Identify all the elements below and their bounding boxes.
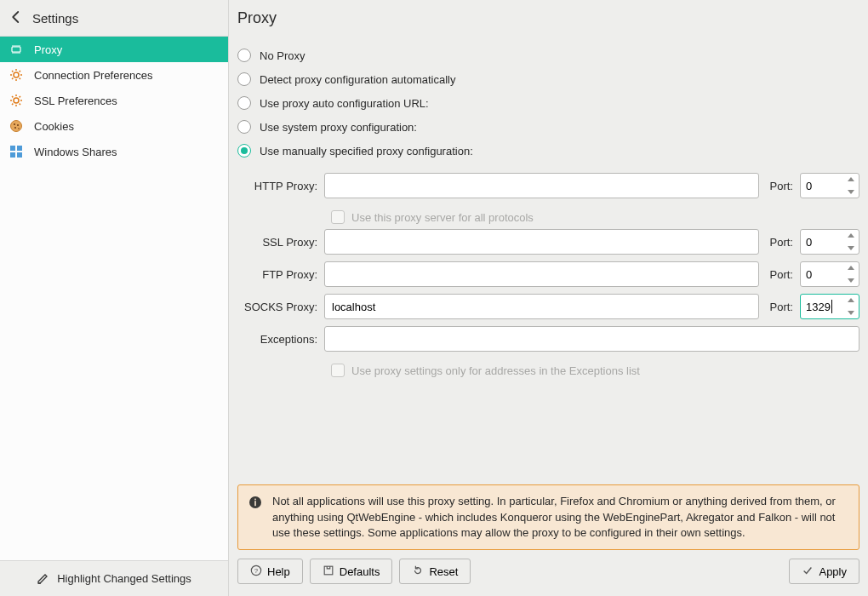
content: No Proxy Detect proxy configuration auto…: [229, 37, 868, 476]
gear-icon: [9, 68, 24, 82]
svg-rect-10: [10, 152, 15, 158]
main-panel: Proxy No Proxy Detect proxy configuratio…: [229, 0, 868, 596]
svg-rect-14: [254, 501, 256, 507]
spin-up-icon[interactable]: [845, 295, 857, 305]
radio-manual-proxy[interactable]: Use manually specified proxy configurati…: [237, 139, 859, 163]
button-label: Help: [267, 565, 290, 578]
sidebar-item-connection-preferences[interactable]: Connection Preferences: [0, 62, 228, 88]
spin-up-icon[interactable]: [845, 231, 857, 240]
spin-down-icon[interactable]: [845, 244, 857, 253]
socks-proxy-label: SOCKS Proxy:: [237, 301, 317, 313]
port-label: Port:: [766, 268, 793, 281]
exceptions-input[interactable]: [324, 326, 859, 352]
shares-icon: [9, 145, 24, 158]
radio-icon: [237, 144, 251, 158]
apply-button[interactable]: Apply: [789, 559, 859, 584]
radio-pac-url[interactable]: Use proxy auto configuration URL:: [237, 91, 859, 115]
port-label: Port:: [766, 180, 793, 192]
sidebar-item-ssl-preferences[interactable]: SSL Preferences: [0, 88, 228, 113]
sidebar-item-windows-shares[interactable]: Windows Shares: [0, 139, 228, 164]
sidebar-item-proxy[interactable]: Proxy: [0, 37, 228, 62]
ssl-port-input[interactable]: [800, 229, 859, 255]
http-proxy-label: HTTP Proxy:: [237, 180, 317, 192]
all-protocols-checkbox[interactable]: Use this proxy server for all protocols: [331, 205, 859, 229]
gear-icon: [9, 94, 24, 107]
radio-icon: [237, 49, 251, 62]
checkbox-icon: [331, 210, 345, 224]
chip-icon: [9, 43, 24, 56]
svg-point-4: [14, 123, 15, 125]
page-title: Proxy: [229, 0, 868, 37]
port-label: Port:: [766, 301, 793, 313]
checkbox-icon: [331, 364, 345, 377]
spin-down-icon[interactable]: [845, 308, 857, 318]
notice-text: Not all applications will use this proxy…: [272, 494, 848, 541]
sidebar-item-label: Cookies: [34, 120, 74, 133]
defaults-icon: [323, 564, 334, 579]
radio-label: Use system proxy configuration:: [260, 121, 417, 134]
spin-down-icon[interactable]: [845, 276, 857, 285]
ssl-proxy-input[interactable]: [324, 229, 759, 255]
http-port-input[interactable]: [800, 173, 859, 198]
svg-rect-17: [324, 566, 333, 575]
port-label: Port:: [766, 236, 793, 249]
radio-system-proxy[interactable]: Use system proxy configuration:: [237, 115, 859, 139]
exceptions-label: Exceptions:: [237, 333, 317, 346]
svg-rect-11: [17, 152, 22, 158]
radio-icon: [237, 96, 251, 110]
svg-point-1: [14, 72, 19, 77]
button-label: Reset: [429, 565, 458, 578]
checkbox-label: Use this proxy server for all protocols: [351, 211, 534, 224]
ftp-proxy-label: FTP Proxy:: [237, 268, 317, 281]
svg-point-5: [17, 124, 19, 126]
sidebar-item-label: SSL Preferences: [34, 95, 117, 107]
check-icon: [802, 564, 814, 579]
help-button[interactable]: ? Help: [237, 559, 303, 584]
cookie-icon: [9, 119, 24, 133]
svg-point-3: [11, 121, 22, 132]
button-label: Apply: [819, 565, 847, 578]
ftp-port-input[interactable]: [800, 261, 859, 287]
highlight-icon: [37, 570, 50, 587]
radio-no-proxy[interactable]: No Proxy: [237, 43, 859, 67]
defaults-button[interactable]: Defaults: [310, 559, 393, 584]
radio-label: Detect proxy configuration automatically: [260, 73, 456, 86]
svg-point-2: [14, 98, 19, 103]
manual-proxy-form: HTTP Proxy: Port: Use t: [237, 173, 859, 382]
svg-rect-0: [12, 47, 20, 52]
spin-up-icon[interactable]: [845, 175, 857, 184]
svg-rect-13: [254, 499, 256, 501]
svg-rect-8: [10, 146, 15, 151]
reset-button[interactable]: Reset: [399, 559, 471, 584]
radio-icon: [237, 72, 251, 86]
sidebar: Settings Proxy Connection Preferences: [0, 0, 229, 596]
radio-label: Use manually specified proxy configurati…: [260, 145, 473, 158]
spin-up-icon[interactable]: [845, 263, 857, 272]
sidebar-item-label: Proxy: [34, 43, 62, 56]
svg-point-6: [14, 127, 16, 129]
back-icon[interactable]: [9, 9, 24, 27]
reset-icon: [412, 564, 424, 579]
svg-text:?: ?: [254, 567, 259, 575]
highlight-changed-settings-button[interactable]: Highlight Changed Settings: [0, 560, 228, 596]
info-notice: Not all applications will use this proxy…: [237, 484, 859, 550]
exceptions-only-checkbox[interactable]: Use proxy settings only for addresses in…: [331, 358, 859, 382]
radio-label: Use proxy auto configuration URL:: [260, 97, 429, 110]
radio-label: No Proxy: [260, 49, 305, 62]
spin-down-icon[interactable]: [845, 187, 857, 197]
sidebar-list: Proxy Connection Preferences SSL Prefere…: [0, 37, 228, 560]
sidebar-item-label: Windows Shares: [34, 146, 117, 158]
help-icon: ?: [250, 564, 262, 579]
sidebar-item-label: Connection Preferences: [34, 69, 152, 82]
svg-point-7: [18, 128, 20, 129]
http-proxy-input[interactable]: [324, 173, 759, 198]
socks-proxy-input[interactable]: [324, 294, 759, 319]
radio-detect-auto[interactable]: Detect proxy configuration automatically: [237, 67, 859, 91]
sidebar-item-cookies[interactable]: Cookies: [0, 113, 228, 139]
window-title: Settings: [32, 11, 78, 26]
ssl-proxy-label: SSL Proxy:: [237, 236, 317, 249]
sidebar-header: Settings: [0, 0, 228, 37]
caret-icon: [831, 300, 832, 313]
socks-port-input[interactable]: [800, 294, 859, 319]
ftp-proxy-input[interactable]: [324, 261, 759, 287]
